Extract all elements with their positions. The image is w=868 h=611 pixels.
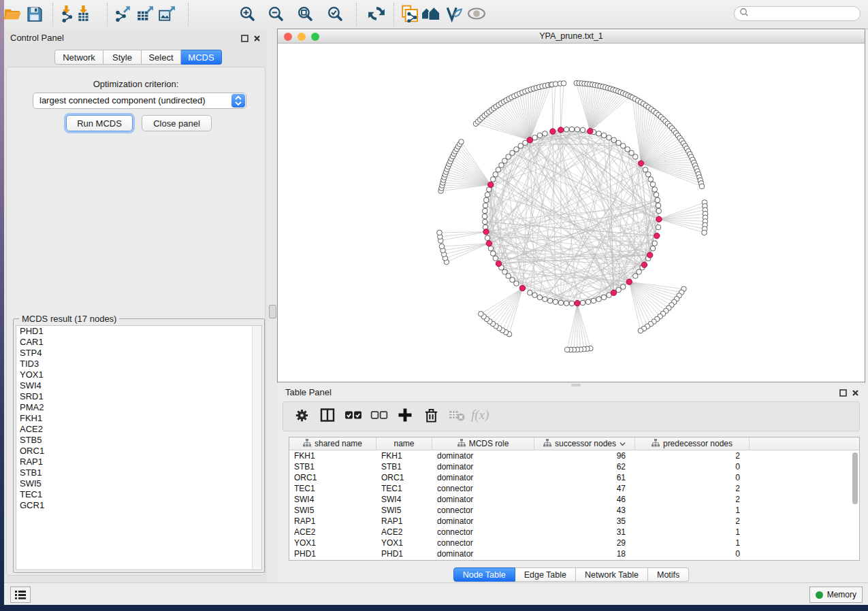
add-column-button[interactable] [396, 408, 414, 425]
table-settings-button[interactable] [293, 408, 310, 425]
show-log-button[interactable] [10, 587, 31, 603]
search-box[interactable] [734, 6, 861, 21]
sort-chevron-icon [620, 439, 626, 448]
result-node-swi4[interactable]: SWI4 [16, 380, 261, 391]
tree-icon [303, 439, 311, 449]
column-header-name[interactable]: name [376, 437, 432, 450]
table-row[interactable]: YOX1YOX1connector291 [289, 538, 859, 548]
select-all-rows-button[interactable] [344, 408, 362, 425]
table-row[interactable]: RAP1RAP1dominator352 [289, 516, 859, 527]
table-row[interactable]: FKH1FKH1dominator962 [289, 450, 859, 461]
export-image-button[interactable] [157, 5, 176, 24]
float-panel-icon[interactable] [240, 33, 249, 42]
network-canvas[interactable] [278, 44, 865, 381]
table-row[interactable]: PHD1PHD1dominator180 [289, 548, 859, 559]
zoom-fit-button[interactable] [295, 5, 315, 24]
result-node-tec1[interactable]: TEC1 [16, 489, 261, 500]
float-table-panel-icon[interactable] [839, 388, 848, 397]
network-overview-button[interactable] [421, 5, 440, 24]
toolbar-separator [393, 3, 394, 26]
tab-node-table[interactable]: Node Table [453, 567, 515, 582]
refresh-view-button[interactable] [367, 5, 386, 24]
memory-button[interactable]: Memory [809, 587, 863, 603]
delete-column-button[interactable] [422, 408, 440, 425]
import-network-button[interactable] [57, 5, 76, 24]
deselect-all-rows-button[interactable] [370, 408, 388, 425]
column-header-shared-name[interactable]: shared name [289, 437, 376, 450]
result-node-stb1[interactable]: STB1 [16, 467, 261, 478]
result-node-rap1[interactable]: RAP1 [16, 457, 261, 467]
result-node-stp4[interactable]: STP4 [16, 348, 261, 359]
control-panel-tabs: NetworkStyleSelectMCDS [54, 50, 222, 65]
table-scrollbar-thumb[interactable] [852, 452, 858, 504]
splitter-grip[interactable] [269, 305, 276, 318]
column-header-successor-nodes[interactable]: successor nodes [534, 437, 635, 450]
result-node-pma2[interactable]: PMA2 [16, 402, 261, 413]
export-net-icon [114, 5, 131, 25]
column-header-MCDS-role[interactable]: MCDS role [432, 437, 534, 450]
svg-text:f(x): f(x) [471, 408, 489, 423]
zoom-in-icon [239, 5, 256, 25]
table-row[interactable]: STB1STB1dominator620 [289, 461, 859, 472]
network-view-titlebar[interactable]: YPA_prune.txt_1 [278, 29, 865, 44]
export-table-button[interactable] [135, 5, 155, 24]
table-scrollbar[interactable] [851, 450, 858, 559]
save-icon [26, 5, 43, 25]
table-row[interactable]: TEC1TEC1connector472 [289, 483, 859, 494]
zoom-in-button[interactable] [238, 5, 257, 24]
memory-label: Memory [827, 590, 856, 599]
vertical-splitter[interactable] [268, 29, 278, 582]
import-table-button[interactable] [74, 5, 93, 24]
clone-network-button[interactable] [400, 5, 419, 24]
result-node-ace2[interactable]: ACE2 [16, 424, 261, 435]
result-node-orc1[interactable]: ORC1 [16, 446, 261, 457]
export-network-button[interactable] [113, 5, 132, 24]
result-node-fkh1[interactable]: FKH1 [16, 413, 261, 424]
tab-motifs[interactable]: Motifs [648, 567, 689, 582]
show-graphics-details-button[interactable] [467, 5, 486, 24]
tree-icon [457, 439, 466, 449]
result-node-stb5[interactable]: STB5 [16, 435, 261, 446]
save-session-button[interactable] [25, 5, 44, 24]
criterion-value: largest connected component (undirected) [39, 95, 206, 105]
open-session-button[interactable] [3, 5, 22, 24]
zoom-selected-button[interactable] [325, 5, 344, 24]
table-row[interactable]: SWI4SWI4dominator462 [289, 494, 859, 505]
search-icon [739, 7, 749, 20]
memory-status-icon [816, 591, 823, 599]
result-node-phd1[interactable]: PHD1 [16, 326, 261, 337]
tab-select[interactable]: Select [142, 50, 181, 65]
import-table-icon [75, 5, 93, 25]
result-node-swi5[interactable]: SWI5 [16, 478, 261, 489]
result-node-srd1[interactable]: SRD1 [16, 391, 261, 402]
result-node-tid3[interactable]: TID3 [16, 359, 261, 369]
zoom-out-button[interactable] [266, 5, 285, 24]
close-panel-button[interactable]: Close panel [142, 115, 212, 131]
result-node-car1[interactable]: CAR1 [16, 337, 261, 348]
close-table-panel-icon[interactable] [851, 388, 860, 397]
tab-edge-table[interactable]: Edge Table [515, 567, 576, 582]
network-view-frame: YPA_prune.txt_1 [277, 29, 865, 382]
table-row[interactable]: ACE2ACE2connector311 [289, 527, 859, 538]
result-node-gcr1[interactable]: GCR1 [16, 500, 261, 511]
table-row[interactable]: SWI5SWI5connector431 [289, 505, 859, 516]
column-header-filler [750, 437, 859, 450]
result-list-scrollbar[interactable] [252, 326, 261, 569]
criterion-dropdown[interactable]: largest connected component (undirected) [33, 93, 246, 109]
tab-network-table[interactable]: Network Table [576, 567, 648, 582]
tab-network[interactable]: Network [54, 50, 103, 65]
tab-style[interactable]: Style [103, 50, 142, 65]
tree-icon [543, 439, 551, 449]
node-table: shared namenameMCDS rolesuccessor nodesp… [289, 437, 860, 561]
tab-mcds[interactable]: MCDS [181, 50, 222, 65]
run-mcds-button[interactable]: Run MCDS [66, 115, 133, 131]
table-row[interactable]: ORC1ORC1dominator610 [289, 472, 859, 483]
search-input[interactable] [752, 8, 860, 19]
toolbar-separator [52, 3, 53, 26]
export-image-icon [158, 5, 176, 25]
column-header-predecessor-nodes[interactable]: predecessor nodes [635, 437, 750, 450]
toggle-style-button[interactable] [445, 5, 464, 24]
close-panel-icon[interactable] [253, 33, 261, 42]
result-node-yox1[interactable]: YOX1 [16, 369, 261, 380]
column-layout-button[interactable] [319, 408, 336, 425]
